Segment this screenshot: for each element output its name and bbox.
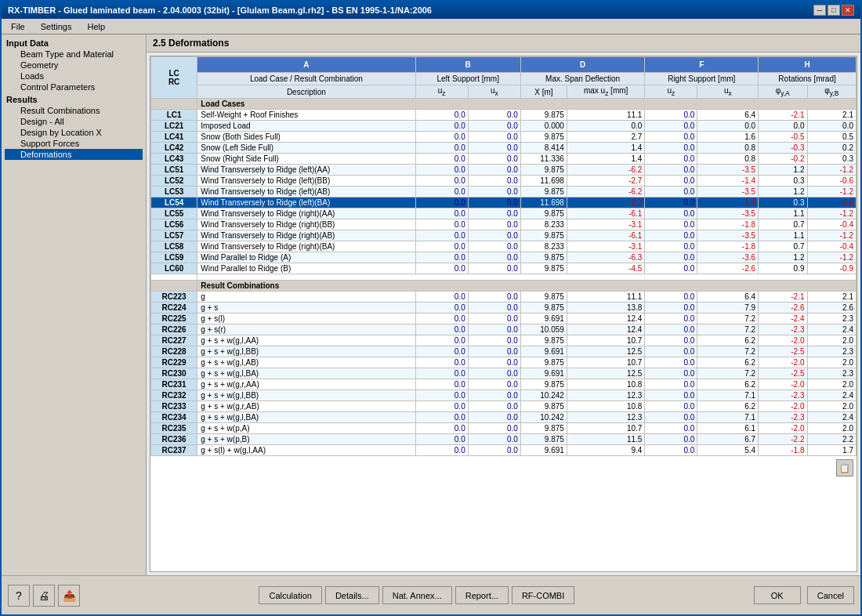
g-ux: 0.0 bbox=[697, 121, 759, 132]
lc-id: LC56 bbox=[151, 219, 197, 230]
result-combination-row[interactable]: RC231 g + s + w(g,r,AA) 0.0 0.0 9.875 10… bbox=[151, 379, 857, 390]
rc-f-uz: 0.0 bbox=[645, 303, 697, 313]
load-cases-section-header: Load Cases bbox=[151, 99, 857, 110]
sidebar-item-support-forces[interactable]: Support Forces bbox=[5, 138, 143, 149]
rc-e-max: 9.4 bbox=[567, 445, 645, 456]
menu-settings[interactable]: Settings bbox=[34, 21, 78, 32]
nat-annex-button[interactable]: Nat. Annex... bbox=[382, 586, 452, 604]
rc-f-uz: 0.0 bbox=[645, 445, 697, 456]
rc-b-uz: 0.0 bbox=[415, 346, 468, 357]
sidebar: Input Data Beam Type and Material Geomet… bbox=[2, 34, 147, 575]
menu-file[interactable]: File bbox=[5, 21, 31, 32]
load-case-row[interactable]: LC60 Wind Parallel to Ridge (B) 0.0 0.0 … bbox=[151, 263, 857, 274]
g-ux: -3.5 bbox=[697, 165, 759, 176]
result-combination-row[interactable]: RC234 g + s + w(g,l,BA) 0.0 0.0 10.242 1… bbox=[151, 412, 857, 423]
sidebar-item-deformations[interactable]: Deformations bbox=[5, 149, 143, 160]
load-case-row[interactable]: LC54 Wind Transversely to Ridge (left)(B… bbox=[151, 197, 857, 208]
load-case-row[interactable]: LC55 Wind Transversely to Ridge (right)(… bbox=[151, 208, 857, 219]
results-section: Results Result Combinations Design - All… bbox=[5, 94, 143, 160]
load-case-row[interactable]: LC51 Wind Transversely to Ridge (left)(A… bbox=[151, 165, 857, 176]
minimize-button[interactable]: ─ bbox=[813, 5, 826, 16]
load-case-row[interactable]: LC42 Snow (Left Side Full) 0.0 0.0 8.414… bbox=[151, 143, 857, 154]
rc-h-phya: -2.0 bbox=[759, 423, 807, 434]
rf-combi-button[interactable]: RF-COMBI bbox=[512, 586, 574, 604]
rc-h-phyb: 2.4 bbox=[807, 412, 856, 423]
h-phya: 0.7 bbox=[759, 219, 807, 230]
sidebar-item-beam-type[interactable]: Beam Type and Material bbox=[5, 49, 143, 60]
menu-help[interactable]: Help bbox=[81, 21, 111, 32]
result-combination-row[interactable]: RC224 g + s 0.0 0.0 9.875 13.8 0.0 7.9 -… bbox=[151, 303, 857, 313]
calculation-button[interactable]: Calculation bbox=[259, 586, 321, 604]
load-case-row[interactable]: LC1 Self-Weight + Roof Finishes 0.0 0.0 … bbox=[151, 110, 857, 121]
maximize-button[interactable]: □ bbox=[828, 5, 840, 16]
result-combination-row[interactable]: RC227 g + s + w(g,l,AA) 0.0 0.0 9.875 10… bbox=[151, 335, 857, 346]
h-phyb: -1.2 bbox=[807, 252, 856, 263]
result-combination-row[interactable]: RC229 g + s + w(g,l,AB) 0.0 0.0 9.875 10… bbox=[151, 357, 857, 368]
d-x: 9.875 bbox=[520, 165, 567, 176]
load-case-row[interactable]: LC58 Wind Transversely to Ridge (right)(… bbox=[151, 241, 857, 252]
sidebar-item-geometry[interactable]: Geometry bbox=[5, 60, 143, 71]
col-b-header: B bbox=[415, 57, 520, 73]
result-combination-row[interactable]: RC235 g + s + w(p,A) 0.0 0.0 9.875 10.7 … bbox=[151, 423, 857, 434]
sidebar-item-control-params[interactable]: Control Parameters bbox=[5, 82, 143, 92]
b-uz: 0.0 bbox=[415, 187, 468, 197]
result-combination-row[interactable]: RC236 g + s + w(p,B) 0.0 0.0 9.875 11.5 … bbox=[151, 434, 857, 445]
rc-id: RC230 bbox=[151, 368, 197, 379]
sidebar-item-loads[interactable]: Loads bbox=[5, 71, 143, 82]
rc-d-x: 9.875 bbox=[520, 423, 567, 434]
rc-id: RC234 bbox=[151, 412, 197, 423]
b-ux: 0.0 bbox=[468, 230, 520, 241]
result-combination-row[interactable]: RC226 g + s(r) 0.0 0.0 10.059 12.4 0.0 7… bbox=[151, 324, 857, 335]
result-combination-row[interactable]: RC232 g + s + w(g,l,BB) 0.0 0.0 10.242 1… bbox=[151, 390, 857, 401]
rc-b-uz: 0.0 bbox=[415, 313, 468, 324]
d-x: 9.875 bbox=[520, 187, 567, 197]
load-case-row[interactable]: LC53 Wind Transversely to Ridge (left)(A… bbox=[151, 187, 857, 197]
h-phya: -2.1 bbox=[759, 110, 807, 121]
table-container[interactable]: LCRC A B D F H Load Case / Result Combin… bbox=[150, 56, 857, 572]
b-ux: 0.0 bbox=[468, 263, 520, 274]
rc-e-max: 11.1 bbox=[567, 292, 645, 303]
print-button[interactable]: 🖨 bbox=[33, 585, 55, 607]
lc-id: LC21 bbox=[151, 121, 197, 132]
close-button[interactable]: ✕ bbox=[842, 5, 854, 16]
load-case-row[interactable]: LC21 Imposed Load 0.0 0.0 0.000 0.0 0.0 … bbox=[151, 121, 857, 132]
d-x: 9.875 bbox=[520, 230, 567, 241]
rc-d-x: 9.875 bbox=[520, 303, 567, 313]
rc-f-uz: 0.0 bbox=[645, 324, 697, 335]
help-button[interactable]: ? bbox=[8, 585, 30, 607]
rc-h-phyb: 2.1 bbox=[807, 292, 856, 303]
separator-row bbox=[151, 274, 857, 281]
rc-b-uz: 0.0 bbox=[415, 445, 468, 456]
load-case-row[interactable]: LC41 Snow (Both Sides Full) 0.0 0.0 9.87… bbox=[151, 132, 857, 143]
export-button[interactable]: 📤 bbox=[58, 585, 80, 607]
ok-button[interactable]: OK bbox=[754, 586, 801, 604]
rc-b-ux: 0.0 bbox=[468, 357, 520, 368]
rc-h-phya: -2.1 bbox=[759, 292, 807, 303]
rc-b-uz: 0.0 bbox=[415, 423, 468, 434]
h-phyb-header: φy,B bbox=[807, 85, 856, 99]
details-button[interactable]: Details... bbox=[325, 586, 379, 604]
rc-g-ux: 7.9 bbox=[697, 303, 759, 313]
result-combination-row[interactable]: RC233 g + s + w(g,r,AB) 0.0 0.0 9.875 10… bbox=[151, 401, 857, 412]
cancel-button[interactable]: Cancel bbox=[807, 586, 854, 604]
report-button[interactable]: Report... bbox=[455, 586, 509, 604]
result-combination-row[interactable]: RC230 g + s + w(g,l,BA) 0.0 0.0 9.691 12… bbox=[151, 368, 857, 379]
sidebar-item-result-combinations[interactable]: Result Combinations bbox=[5, 105, 143, 116]
load-case-row[interactable]: LC56 Wind Transversely to Ridge (right)(… bbox=[151, 219, 857, 230]
rc-b-ux: 0.0 bbox=[468, 423, 520, 434]
sidebar-item-design-all[interactable]: Design - All bbox=[5, 116, 143, 127]
result-combination-row[interactable]: RC223 g 0.0 0.0 9.875 11.1 0.0 6.4 -2.1 … bbox=[151, 292, 857, 303]
results-header: Results bbox=[5, 94, 143, 105]
f-uz: 0.0 bbox=[645, 154, 697, 165]
load-case-row[interactable]: LC43 Snow (Right Side Full) 0.0 0.0 11.3… bbox=[151, 154, 857, 165]
bottom-bar: ? 🖨 📤 Calculation Details... Nat. Annex.… bbox=[2, 575, 860, 614]
h-phyb: -0.4 bbox=[807, 219, 856, 230]
result-combination-row[interactable]: RC237 g + s(l) + w(g,l,AA) 0.0 0.0 9.691… bbox=[151, 445, 857, 456]
load-case-row[interactable]: LC52 Wind Transversely to Ridge (left)(B… bbox=[151, 176, 857, 187]
result-combination-row[interactable]: RC225 g + s(l) 0.0 0.0 9.691 12.4 0.0 7.… bbox=[151, 313, 857, 324]
g-ux: -3.6 bbox=[697, 252, 759, 263]
load-case-row[interactable]: LC57 Wind Transversely to Ridge (right)(… bbox=[151, 230, 857, 241]
result-combination-row[interactable]: RC228 g + s + w(g,l,BB) 0.0 0.0 9.691 12… bbox=[151, 346, 857, 357]
sidebar-item-design-location[interactable]: Design by Location X bbox=[5, 127, 143, 138]
load-case-row[interactable]: LC59 Wind Parallel to Ridge (A) 0.0 0.0 … bbox=[151, 252, 857, 263]
